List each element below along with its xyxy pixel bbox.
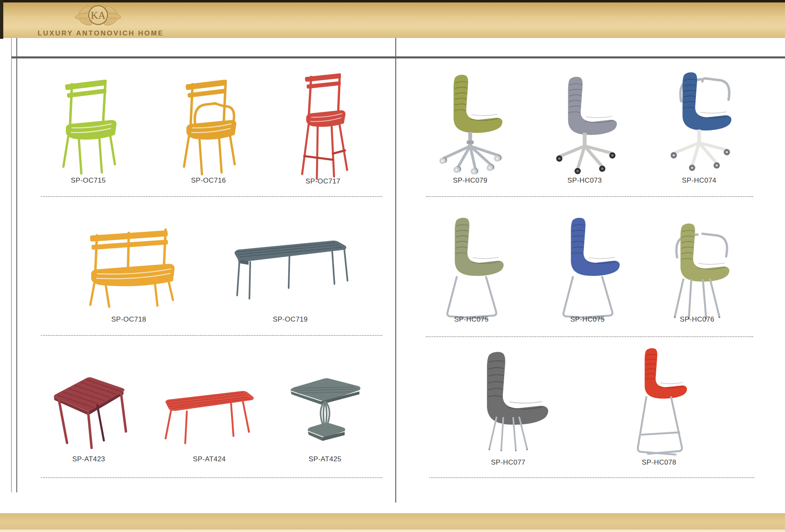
column-divider-line [395,38,396,503]
bench-image-sp-oc718 [79,224,179,308]
product-code: SP-HC075 [454,315,489,324]
product-code: SP-OC716 [191,177,226,185]
chair-image-sp-hc077 [464,349,552,452]
product-code: SP-OC715 [71,177,105,185]
separator-left-3 [41,477,382,478]
separator-right-2 [426,336,753,337]
header-rule [11,56,785,58]
sled-chair-image-sp-hc075b [552,216,624,320]
left-margin-line-outer [11,38,12,492]
product-code: SP-HC073 [567,177,602,185]
product-code: SP-HC078 [642,458,676,467]
bar-stool-image-sp-hc078 [626,346,692,459]
product-code: SP-OC719 [273,315,307,324]
bar-stool-image-sp-oc717 [292,69,355,180]
product-code: SP-HC076 [680,315,714,324]
separator-right-3 [429,477,754,478]
logo-monogram: KA [91,10,105,21]
product-code: SP-OC718 [111,315,146,324]
product-code: SP-AT423 [72,455,105,463]
brand-logo-icon: KA [73,3,123,29]
separator-left-1 [41,196,382,197]
table-image-sp-at425 [284,373,366,451]
separator-right-1 [426,196,753,197]
table-image-sp-at423 [49,371,129,449]
product-code: SP-HC074 [682,177,716,185]
swivel-chair-image-sp-hc079 [435,73,505,175]
product-code: SP-OC717 [305,177,340,186]
bench-image-sp-oc719 [229,230,352,300]
product-code: SP-HC077 [491,458,525,467]
product-code: SP-AT424 [193,455,226,463]
product-code: SP-AT425 [309,455,341,463]
brand-name: LUXURY ANTONOVICH HOME [38,29,164,38]
catalog-page: { "header": { "brand": "LUXURY ANTONOVIC… [0,0,785,532]
product-code: SP-HC079 [453,177,487,185]
armchair-image-sp-oc716 [175,74,242,175]
side-chair-image-sp-oc715 [54,74,123,174]
left-margin-line-inner [16,38,17,492]
armchair-image-sp-hc076 [657,220,737,320]
header-left-edge [0,0,3,39]
header-bar: KA LUXURY ANTONOVICH HOME [0,2,785,38]
table-image-sp-at424 [161,386,258,445]
footer-bottom-strip [0,530,785,532]
footer-bar [0,513,785,530]
product-code: SP-HC075 [570,315,605,324]
sled-chair-image-sp-hc075 [436,216,507,320]
swivel-armchair-image-sp-hc074 [662,70,736,172]
separator-left-2 [41,335,382,336]
swivel-chair-image-sp-hc073 [549,75,621,176]
